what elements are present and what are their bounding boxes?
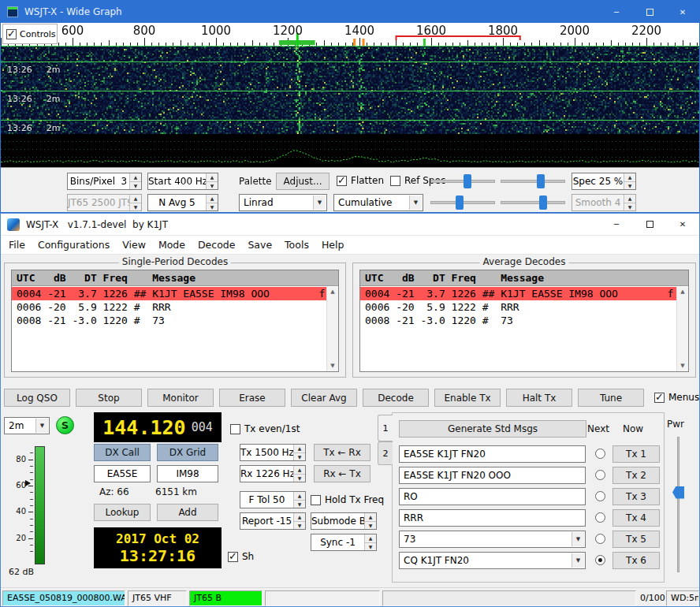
display-mode-combobox[interactable]: Cumulative ▼ [333,194,423,211]
spectrum-zero-slider[interactable] [501,194,565,211]
tx-message-6-combo[interactable]: CQ K1JT FN20▼ [399,552,586,569]
spectrum-canvas[interactable] [1,134,700,167]
waterfall-timestamps: 13:262m13:262m13:262m [1,46,699,134]
frequency-tick-label: 2200 [631,24,661,38]
tx-2-button[interactable]: Tx 2 [612,467,660,484]
wide-graph-title: WSJT-X - Wide Graph [24,6,122,17]
main-window: WSJT-X v1.7.1-devel by K1JT ─ ✕ FileConf… [0,213,700,607]
spinner-arrows-icon[interactable]: ▲▼ [624,173,635,189]
waterfall-zero-slider[interactable] [501,173,565,190]
flatten-toggle[interactable]: Flatten [337,175,384,186]
spinner-arrows-icon[interactable]: ▲▼ [206,195,218,210]
tx-message-text: EA5SE K1JT FN20 [404,449,486,460]
dropdown-arrow-icon[interactable]: ▼ [313,196,326,210]
tx-message-text: RRR [404,512,423,523]
tx-messages: EA5SE K1JT FN20Tx 1EA5SE K1JT FN20 OOOTx… [1,214,699,606]
slider-groove [501,201,565,204]
waterfall-timestamp: 13:262m [7,65,60,75]
wide-graph-titlebar[interactable]: WSJT-X - Wide Graph ─ ✕ [1,1,699,23]
tx-select-radio-6[interactable] [595,555,605,565]
slider-groove [677,437,680,572]
tx-select-radio-2[interactable] [595,470,605,480]
controls-label: Controls [20,29,56,39]
wide-graph-window: WSJT-X - Wide Graph ─ ✕ 6008001000120014… [0,0,700,213]
tx-message-4-field[interactable]: RRR [399,509,586,527]
close-icon[interactable]: ✕ [666,1,699,23]
progress-count: 0/100 [640,590,665,606]
controls-checkbox[interactable] [6,29,17,39]
waterfall-timestamp: 13:262m [7,94,60,104]
spec-percent-spinbox[interactable]: Spec 25 % ▲▼ [572,173,636,190]
frequency-tick-label: 1400 [344,24,374,38]
waterfall-timestamp: 13:262m [7,123,60,133]
frequency-scale[interactable]: 6008001000120014001600180020002200 Contr… [1,23,699,46]
tx-message-text: 73 [404,534,415,545]
slider-handle[interactable] [464,174,471,188]
tx-message-5-combo[interactable]: 73▼ [399,531,586,548]
tx-message-text: EA5SE K1JT FN20 OOO [404,470,511,481]
palette-combobox[interactable]: Linrad ▼ [239,194,327,211]
frequency-tick-label: 1000 [201,24,231,38]
adjust-palette-button[interactable]: Adjust... [276,173,330,190]
slider-handle[interactable] [456,196,464,210]
tx-select-radio-4[interactable] [595,512,605,523]
n-avg-spinbox[interactable]: N Avg 5 ▲▼ [147,194,218,211]
groupbox-title: Single-Period Decodes [119,256,231,267]
spinner-arrows-icon: ▲▼ [624,195,635,210]
frequency-labels: 6008001000120014001600180020002200 [1,23,699,45]
maximize-glyph [646,9,653,16]
palette-label: Palette [239,176,272,187]
bins-pixel-spinbox[interactable]: Bins/Pixel 3 ▲▼ [67,173,142,190]
tx-5-button[interactable]: Tx 5 [612,531,660,548]
ref-spec-checkbox[interactable] [390,176,400,186]
frequency-tick-label: 1200 [273,24,303,38]
tab-1[interactable]: 1 [378,415,393,441]
tx-progress-bar [382,590,636,606]
start-freq-spinbox[interactable]: Start 400 Hz ▲▼ [147,173,218,190]
dropdown-arrow-icon[interactable]: ▼ [572,553,584,568]
slider-groove [501,180,565,183]
tx-select-radio-1[interactable] [595,449,605,459]
status-mode-badge: JT65 B [189,590,262,606]
frequency-tick-label: 2000 [560,24,590,38]
wide-graph-app-icon [7,6,18,17]
spinner-arrows-icon: ▲▼ [129,195,141,210]
spinner-arrows-icon[interactable]: ▲▼ [129,173,141,189]
wide-graph-controls: Bins/Pixel 3 ▲▼ Start 400 Hz ▲▼ Palette … [1,167,699,213]
slider-handle[interactable] [537,174,545,188]
watchdog-timer: WD:5m [666,590,699,606]
dropdown-arrow-icon[interactable]: ▼ [409,196,422,210]
dropdown-arrow-icon[interactable]: ▼ [572,532,584,546]
status-blank-segment [265,590,380,606]
spectrum-plot[interactable] [1,134,699,167]
tx-select-radio-3[interactable] [595,491,605,501]
tx-6-button[interactable]: Tx 6 [612,552,660,569]
controls-toggle[interactable]: Controls [2,24,58,44]
frequency-tick-label: 1800 [488,24,518,38]
slider-handle[interactable] [539,196,547,210]
waterfall-gain-slider[interactable] [430,173,495,190]
smooth-spinbox: Smooth 4 ▲▼ [572,194,636,211]
spectrum-gain-slider[interactable] [430,194,495,211]
maximize-icon[interactable] [633,1,666,23]
pwr-slider-handle[interactable] [672,486,684,499]
pwr-slider[interactable] [672,437,684,572]
pwr-label: Pwr [667,419,684,430]
frequency-tick-label: 600 [61,24,84,38]
groupbox-title: Average Decodes [480,256,569,267]
waterfall[interactable]: 13:262m13:262m13:262m [1,46,699,134]
tx-message-2-field[interactable]: EA5SE K1JT FN20 OOO [399,467,586,484]
tx-4-button[interactable]: Tx 4 [612,509,660,527]
spinner-arrows-icon[interactable]: ▲▼ [206,173,218,189]
tx-message-1-field[interactable]: EA5SE K1JT FN20 [399,445,586,463]
tx-message-3-field[interactable]: RO [399,488,586,505]
minimize-icon[interactable]: ─ [600,1,633,23]
tx-select-radio-5[interactable] [595,534,605,544]
frequency-tick-label: 1600 [416,24,446,38]
jt65-jt9-split-spinbox: JT65 2500 JT9 ▲▼ [67,194,142,211]
tx-1-button[interactable]: Tx 1 [612,445,660,463]
tx-message-text: CQ K1JT FN20 [404,555,469,566]
flatten-checkbox[interactable] [337,176,347,186]
desktop: WSJT-X - Wide Graph ─ ✕ 6008001000120014… [0,0,700,607]
tx-3-button[interactable]: Tx 3 [612,488,660,505]
